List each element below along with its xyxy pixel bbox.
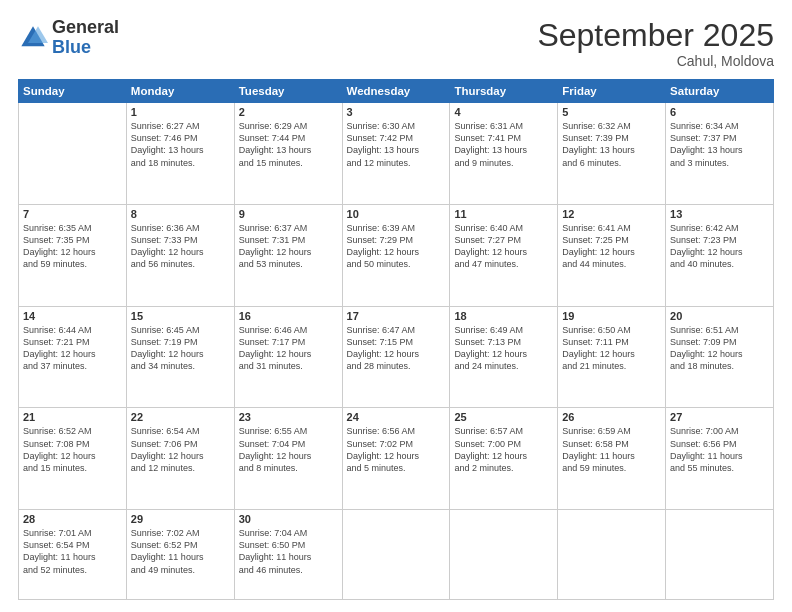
day-info: Sunrise: 6:39 AMSunset: 7:29 PMDaylight:… (347, 222, 446, 271)
day-number: 2 (239, 106, 338, 118)
table-cell: 1Sunrise: 6:27 AMSunset: 7:46 PMDaylight… (126, 103, 234, 205)
table-cell: 15Sunrise: 6:45 AMSunset: 7:19 PMDayligh… (126, 306, 234, 408)
table-cell: 26Sunrise: 6:59 AMSunset: 6:58 PMDayligh… (558, 408, 666, 510)
col-monday: Monday (126, 80, 234, 103)
day-number: 8 (131, 208, 230, 220)
day-info: Sunrise: 6:55 AMSunset: 7:04 PMDaylight:… (239, 425, 338, 474)
day-info: Sunrise: 6:57 AMSunset: 7:00 PMDaylight:… (454, 425, 553, 474)
day-info: Sunrise: 6:29 AMSunset: 7:44 PMDaylight:… (239, 120, 338, 169)
col-tuesday: Tuesday (234, 80, 342, 103)
table-cell: 19Sunrise: 6:50 AMSunset: 7:11 PMDayligh… (558, 306, 666, 408)
table-cell: 11Sunrise: 6:40 AMSunset: 7:27 PMDayligh… (450, 204, 558, 306)
table-cell (342, 510, 450, 600)
day-info: Sunrise: 6:54 AMSunset: 7:06 PMDaylight:… (131, 425, 230, 474)
day-info: Sunrise: 6:40 AMSunset: 7:27 PMDaylight:… (454, 222, 553, 271)
day-info: Sunrise: 7:04 AMSunset: 6:50 PMDaylight:… (239, 527, 338, 576)
day-number: 6 (670, 106, 769, 118)
page: General Blue September 2025 Cahul, Moldo… (0, 0, 792, 612)
day-info: Sunrise: 6:45 AMSunset: 7:19 PMDaylight:… (131, 324, 230, 373)
table-cell: 10Sunrise: 6:39 AMSunset: 7:29 PMDayligh… (342, 204, 450, 306)
day-number: 18 (454, 310, 553, 322)
table-cell: 9Sunrise: 6:37 AMSunset: 7:31 PMDaylight… (234, 204, 342, 306)
table-cell: 16Sunrise: 6:46 AMSunset: 7:17 PMDayligh… (234, 306, 342, 408)
table-cell: 6Sunrise: 6:34 AMSunset: 7:37 PMDaylight… (666, 103, 774, 205)
day-number: 11 (454, 208, 553, 220)
logo: General Blue (18, 18, 119, 58)
table-cell (666, 510, 774, 600)
day-info: Sunrise: 6:46 AMSunset: 7:17 PMDaylight:… (239, 324, 338, 373)
day-info: Sunrise: 6:59 AMSunset: 6:58 PMDaylight:… (562, 425, 661, 474)
day-number: 7 (23, 208, 122, 220)
col-wednesday: Wednesday (342, 80, 450, 103)
day-number: 24 (347, 411, 446, 423)
table-cell (558, 510, 666, 600)
day-number: 9 (239, 208, 338, 220)
day-number: 1 (131, 106, 230, 118)
table-cell: 2Sunrise: 6:29 AMSunset: 7:44 PMDaylight… (234, 103, 342, 205)
day-info: Sunrise: 6:35 AMSunset: 7:35 PMDaylight:… (23, 222, 122, 271)
day-number: 26 (562, 411, 661, 423)
table-cell: 21Sunrise: 6:52 AMSunset: 7:08 PMDayligh… (19, 408, 127, 510)
day-info: Sunrise: 6:34 AMSunset: 7:37 PMDaylight:… (670, 120, 769, 169)
day-info: Sunrise: 6:31 AMSunset: 7:41 PMDaylight:… (454, 120, 553, 169)
col-saturday: Saturday (666, 80, 774, 103)
day-info: Sunrise: 6:32 AMSunset: 7:39 PMDaylight:… (562, 120, 661, 169)
logo-text: General Blue (52, 18, 119, 58)
day-number: 3 (347, 106, 446, 118)
day-number: 5 (562, 106, 661, 118)
day-info: Sunrise: 6:51 AMSunset: 7:09 PMDaylight:… (670, 324, 769, 373)
day-info: Sunrise: 6:49 AMSunset: 7:13 PMDaylight:… (454, 324, 553, 373)
day-info: Sunrise: 6:52 AMSunset: 7:08 PMDaylight:… (23, 425, 122, 474)
day-number: 30 (239, 513, 338, 525)
day-number: 17 (347, 310, 446, 322)
table-cell: 25Sunrise: 6:57 AMSunset: 7:00 PMDayligh… (450, 408, 558, 510)
day-info: Sunrise: 6:56 AMSunset: 7:02 PMDaylight:… (347, 425, 446, 474)
table-cell: 18Sunrise: 6:49 AMSunset: 7:13 PMDayligh… (450, 306, 558, 408)
day-info: Sunrise: 7:01 AMSunset: 6:54 PMDaylight:… (23, 527, 122, 576)
table-cell: 4Sunrise: 6:31 AMSunset: 7:41 PMDaylight… (450, 103, 558, 205)
day-info: Sunrise: 6:37 AMSunset: 7:31 PMDaylight:… (239, 222, 338, 271)
table-cell: 27Sunrise: 7:00 AMSunset: 6:56 PMDayligh… (666, 408, 774, 510)
day-info: Sunrise: 6:41 AMSunset: 7:25 PMDaylight:… (562, 222, 661, 271)
table-cell: 7Sunrise: 6:35 AMSunset: 7:35 PMDaylight… (19, 204, 127, 306)
day-info: Sunrise: 6:47 AMSunset: 7:15 PMDaylight:… (347, 324, 446, 373)
table-cell: 5Sunrise: 6:32 AMSunset: 7:39 PMDaylight… (558, 103, 666, 205)
day-number: 15 (131, 310, 230, 322)
header: General Blue September 2025 Cahul, Moldo… (18, 18, 774, 69)
location: Cahul, Moldova (537, 53, 774, 69)
table-cell: 3Sunrise: 6:30 AMSunset: 7:42 PMDaylight… (342, 103, 450, 205)
table-cell: 20Sunrise: 6:51 AMSunset: 7:09 PMDayligh… (666, 306, 774, 408)
table-cell (450, 510, 558, 600)
day-info: Sunrise: 6:36 AMSunset: 7:33 PMDaylight:… (131, 222, 230, 271)
table-cell: 22Sunrise: 6:54 AMSunset: 7:06 PMDayligh… (126, 408, 234, 510)
day-number: 29 (131, 513, 230, 525)
day-number: 13 (670, 208, 769, 220)
table-cell: 12Sunrise: 6:41 AMSunset: 7:25 PMDayligh… (558, 204, 666, 306)
table-cell: 23Sunrise: 6:55 AMSunset: 7:04 PMDayligh… (234, 408, 342, 510)
day-number: 23 (239, 411, 338, 423)
col-sunday: Sunday (19, 80, 127, 103)
day-number: 21 (23, 411, 122, 423)
day-info: Sunrise: 7:02 AMSunset: 6:52 PMDaylight:… (131, 527, 230, 576)
day-number: 16 (239, 310, 338, 322)
logo-general: General (52, 17, 119, 37)
table-cell: 29Sunrise: 7:02 AMSunset: 6:52 PMDayligh… (126, 510, 234, 600)
day-info: Sunrise: 6:42 AMSunset: 7:23 PMDaylight:… (670, 222, 769, 271)
day-number: 28 (23, 513, 122, 525)
day-number: 4 (454, 106, 553, 118)
calendar-table: Sunday Monday Tuesday Wednesday Thursday… (18, 79, 774, 600)
day-info: Sunrise: 6:27 AMSunset: 7:46 PMDaylight:… (131, 120, 230, 169)
month-title: September 2025 (537, 18, 774, 53)
table-cell: 28Sunrise: 7:01 AMSunset: 6:54 PMDayligh… (19, 510, 127, 600)
day-info: Sunrise: 6:30 AMSunset: 7:42 PMDaylight:… (347, 120, 446, 169)
table-cell (19, 103, 127, 205)
logo-blue: Blue (52, 37, 91, 57)
day-info: Sunrise: 6:50 AMSunset: 7:11 PMDaylight:… (562, 324, 661, 373)
day-number: 19 (562, 310, 661, 322)
day-number: 12 (562, 208, 661, 220)
table-cell: 8Sunrise: 6:36 AMSunset: 7:33 PMDaylight… (126, 204, 234, 306)
table-cell: 24Sunrise: 6:56 AMSunset: 7:02 PMDayligh… (342, 408, 450, 510)
day-number: 25 (454, 411, 553, 423)
table-cell: 17Sunrise: 6:47 AMSunset: 7:15 PMDayligh… (342, 306, 450, 408)
day-number: 14 (23, 310, 122, 322)
